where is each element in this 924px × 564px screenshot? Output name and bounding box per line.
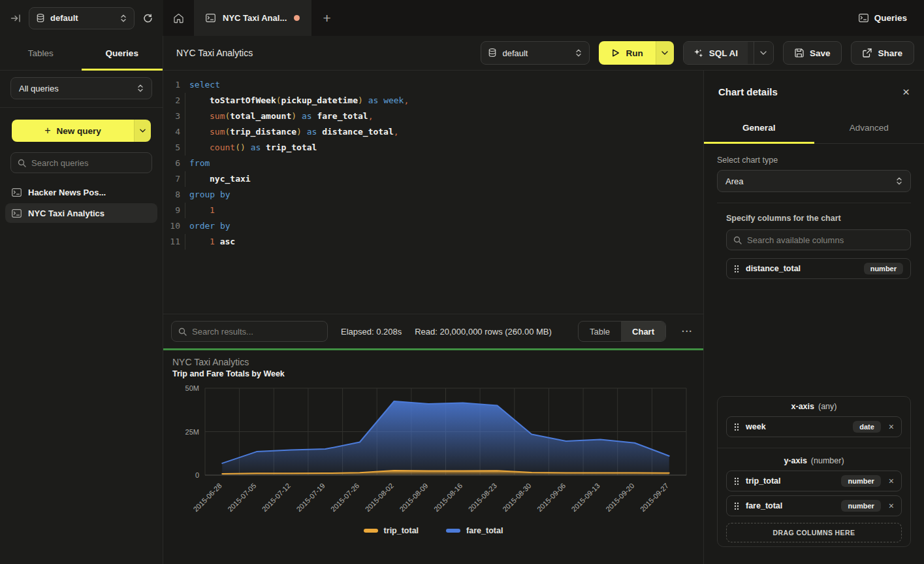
query-item-label: Hacker News Pos... <box>28 188 106 197</box>
sparkles-icon <box>693 48 703 58</box>
code-line[interactable]: 2toStartOfWeek(pickup_datetime) as week, <box>163 93 703 108</box>
queries-top-label: Queries <box>874 13 907 23</box>
sidebar-divider <box>0 107 163 108</box>
legend-item-trip_total[interactable]: trip_total <box>364 526 419 535</box>
database-icon <box>37 14 44 23</box>
share-label: Share <box>878 48 902 58</box>
view-toggle-chart[interactable]: Chart <box>621 322 665 341</box>
query-filter-value: All queries <box>19 84 137 93</box>
search-queries-box <box>10 152 152 173</box>
sql-ai-label: SQL AI <box>709 48 738 58</box>
line-number: 1 <box>163 77 180 93</box>
run-database-selector[interactable]: default <box>481 41 590 65</box>
save-label: Save <box>810 48 831 58</box>
code-line[interactable]: 8group by <box>163 187 703 203</box>
search-results-box <box>171 321 328 342</box>
column-item-trip_total[interactable]: trip_totalnumber× <box>726 471 902 491</box>
chart-legend: trip_totalfare_total <box>163 526 703 535</box>
sidebar-tab-tables[interactable]: Tables <box>0 36 82 70</box>
line-number: 4 <box>163 124 180 140</box>
sql-editor[interactable]: 1select2toStartOfWeek(pickup_datetime) a… <box>163 71 703 314</box>
axes-card: x-axis(any) weekdate× y-axis(number) tri… <box>717 396 911 547</box>
run-button[interactable]: Run <box>599 41 655 65</box>
search-columns-input[interactable] <box>747 235 904 245</box>
column-type-badge: number <box>841 500 880 512</box>
chevron-updown-icon <box>896 176 902 186</box>
view-toggle-table[interactable]: Table <box>579 322 621 341</box>
collapse-sidebar-icon[interactable] <box>10 14 21 23</box>
search-icon <box>178 327 187 336</box>
tab-strip: NYC Taxi Anal... + Queries <box>163 0 924 36</box>
svg-text:2015-06-28: 2015-06-28 <box>191 482 223 513</box>
search-queries-input[interactable] <box>31 158 145 168</box>
sql-ai-button[interactable]: SQL AI <box>684 42 748 64</box>
tab-advanced[interactable]: Advanced <box>814 112 924 143</box>
chart-details-tabs: General Advanced <box>704 112 924 144</box>
legend-item-fare_total[interactable]: fare_total <box>446 526 503 535</box>
code-line[interactable]: 4sum(trip_distance) as distance_total, <box>163 124 703 140</box>
column-item-week[interactable]: weekdate× <box>726 416 902 437</box>
home-tab[interactable] <box>163 0 194 36</box>
columns-group: Specify columns for the chart distance_t… <box>717 214 911 279</box>
drag-handle-icon[interactable] <box>734 477 739 486</box>
read-stat: Read: 20,000,000 rows (260.00 MB) <box>415 327 552 337</box>
run-options-button[interactable] <box>656 41 674 65</box>
remove-column-icon[interactable]: × <box>889 476 894 486</box>
query-list-item[interactable]: NYC Taxi Analytics <box>5 203 157 223</box>
tab-general[interactable]: General <box>704 112 814 143</box>
chart-type-select[interactable]: Area <box>717 170 911 192</box>
sidebar-tab-queries[interactable]: Queries <box>82 36 163 70</box>
code-line[interactable]: 1select <box>163 77 703 93</box>
search-results-input[interactable] <box>192 327 321 337</box>
save-icon <box>795 48 804 58</box>
drag-handle-icon[interactable] <box>734 265 739 273</box>
query-filter-select[interactable]: All queries <box>10 77 152 99</box>
column-item-fare_total[interactable]: fare_totalnumber× <box>726 495 902 516</box>
tab-queries-label: Queries <box>106 48 138 58</box>
new-tab-button[interactable]: + <box>311 0 342 36</box>
line-number: 5 <box>163 140 180 156</box>
database-selector[interactable]: default <box>29 7 135 29</box>
elapsed-stat: Elapsed: 0.208s <box>341 327 402 337</box>
refresh-icon[interactable] <box>142 13 153 24</box>
code-line[interactable]: 3sum(total_amount) as fare_total, <box>163 108 703 124</box>
share-button[interactable]: Share <box>851 41 914 65</box>
code-line[interactable]: 7nyc_taxi <box>163 171 703 187</box>
line-number: 3 <box>163 108 180 124</box>
query-list-item[interactable]: Hacker News Pos... <box>5 182 157 202</box>
drag-handle-icon[interactable] <box>734 423 739 431</box>
top-bar-spacer <box>342 0 841 36</box>
code-text: sum(trip_distance) as distance_total, <box>189 124 399 140</box>
code-line[interactable]: 10order by <box>163 218 703 234</box>
queries-top-button[interactable]: Queries <box>842 0 924 36</box>
tab-nyc-taxi-analytics[interactable]: NYC Taxi Anal... <box>194 0 311 36</box>
drag-handle-icon[interactable] <box>734 502 739 510</box>
column-type-badge: number <box>841 475 880 487</box>
new-query-button[interactable]: + New query <box>12 120 134 142</box>
chart-view-label: Chart <box>632 327 654 337</box>
remove-column-icon[interactable]: × <box>889 501 894 511</box>
new-query-split-button: + New query <box>12 120 151 142</box>
svg-text:2015-07-19: 2015-07-19 <box>295 482 326 513</box>
code-line[interactable]: 6from <box>163 156 703 171</box>
code-text: order by <box>189 218 231 234</box>
y-axis-title: y-axis(number) <box>726 448 902 471</box>
line-number: 7 <box>163 171 180 187</box>
code-text: 1 asc <box>189 234 235 250</box>
panel-divider <box>717 203 911 203</box>
tab-label: NYC Taxi Anal... <box>223 13 287 23</box>
remove-column-icon[interactable]: × <box>889 422 894 432</box>
close-icon[interactable]: × <box>902 86 910 98</box>
column-item-distance_total[interactable]: distance_totalnumber <box>726 258 911 279</box>
code-text: select <box>189 77 220 93</box>
code-line[interactable]: 91 <box>163 203 703 218</box>
drag-columns-drop-zone[interactable]: DRAG COLUMNS HERE <box>726 523 902 542</box>
code-line[interactable]: 5count() as trip_total <box>163 140 703 156</box>
code-line[interactable]: 111 asc <box>163 234 703 250</box>
legend-label: trip_total <box>384 526 419 535</box>
sql-ai-options-button[interactable] <box>754 42 773 64</box>
more-options-icon[interactable]: ··· <box>679 326 695 337</box>
new-query-options-button[interactable] <box>134 120 151 142</box>
save-button[interactable]: Save <box>783 41 842 65</box>
chart-details-panel: Chart details × General Advanced Select … <box>704 71 924 564</box>
